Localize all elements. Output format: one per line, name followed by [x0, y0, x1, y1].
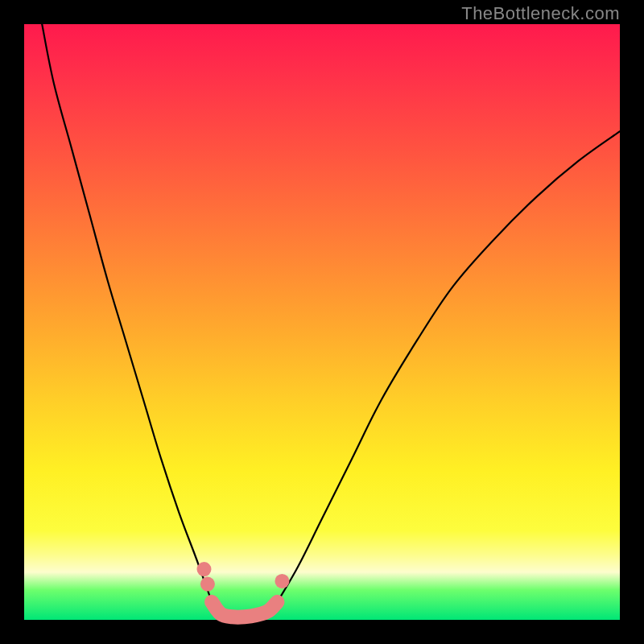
marker-dots-left — [196, 562, 211, 576]
marker-dots-right — [275, 574, 289, 588]
chart-stage: TheBottleneck.com — [0, 0, 644, 644]
marker-dots-group — [196, 562, 289, 592]
watermark-text: TheBottleneck.com — [461, 3, 620, 24]
curve-layer — [24, 24, 620, 620]
curve-right-branch — [278, 131, 621, 602]
curve-left-branch — [42, 24, 212, 602]
valley-marker-stroke — [212, 602, 277, 617]
marker-dots-left — [200, 577, 215, 592]
